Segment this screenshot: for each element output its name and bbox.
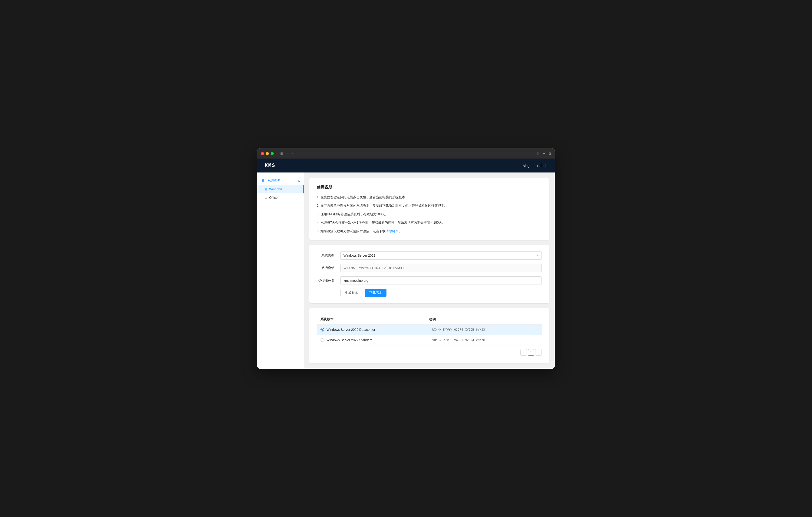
table-header: 系统版本 密钥 [317,315,542,324]
col-header-key: 密钥 [429,317,538,321]
sidebar-toggle-button[interactable]: ⊞ [279,151,284,156]
kms-server-field-wrapper [341,277,542,285]
radio-datacenter[interactable] [320,328,324,332]
sidebar-item-windows-label: Windows [269,188,282,191]
close-button[interactable] [261,152,264,155]
back-button[interactable]: ‹ [286,151,289,156]
nav-blog[interactable]: Blog [523,164,530,168]
kms-server-label: KMS服务器： [317,279,338,283]
form-row-system-type: 系统类型： Windows Server 2022 ∨ [317,251,542,260]
row-datacenter-key: WX4NM-KYWYW-QJJR4-XV3QB-6VM33 [432,328,538,331]
traffic-lights [261,152,274,155]
office-icon: ⊡ [265,196,267,199]
instructions-list: 1. 在桌面右键选择此电脑点击属性，查看当前电脑的系统版本 2. 在下方表单中选… [317,195,542,234]
generate-script-button[interactable]: 生成脚本 [341,289,362,297]
header-nav: Blog Github [523,164,547,168]
sidebar: ⊞ 系统类型 ∧ ⊞ Windows ⊡ Office [257,172,304,369]
logo: KMS [265,163,276,169]
pagination: < 1 > [317,345,542,356]
sidebar-item-office-label: Office [269,196,278,199]
instruction-step-2: 2. 在下方表单中选择对应的系统版本，复制或下载激活脚本，使用管理员权限运行该脚… [317,203,542,208]
instruction-step-5: 5. 如果激活失败可先尝试清除后激活，点击下载清除脚本。 [317,229,542,234]
table-row[interactable]: Windows Server 2022 Datacenter WX4NM-KYW… [317,324,542,335]
windows-icon: ⊞ [265,188,267,191]
main-content: 使用说明 1. 在桌面右键选择此电脑点击属性，查看当前电脑的系统版本 2. 在下… [304,172,555,369]
form-card: 系统类型： Windows Server 2022 ∨ 激活密钥： K [309,245,549,304]
table-wrapper: 系统版本 密钥 Windows Server 2022 Datacenter W… [317,315,542,345]
form-buttons: 生成脚本 下载脚本 [317,289,542,297]
kms-server-input[interactable] [341,277,542,285]
sidebar-item-office[interactable]: ⊡ Office [257,193,304,202]
grid-icon: ⊞ [261,178,265,182]
radio-standard[interactable] [320,338,324,342]
browser-actions: ⬆ + ⧉ [536,151,551,155]
sidebar-section-label: 系统类型 [267,178,281,182]
instructions-card: 使用说明 1. 在桌面右键选择此电脑点击属性，查看当前电脑的系统版本 2. 在下… [309,178,549,240]
app-header: KMS Blog Github [257,159,555,172]
sidebar-section-system-type: ⊞ 系统类型 ∧ ⊞ Windows ⊡ Office [257,176,304,202]
instructions-title: 使用说明 [317,184,542,190]
activation-key-input[interactable] [341,264,542,272]
instruction-step-1: 1. 在桌面右键选择此电脑点击属性，查看当前电脑的系统版本 [317,195,542,200]
system-type-select[interactable]: Windows Server 2022 [341,251,542,260]
share-icon[interactable]: ⬆ [536,151,540,155]
pagination-prev[interactable]: < [520,349,527,356]
browser-controls: ⊞ ‹ › [279,151,293,156]
system-type-select-wrapper: Windows Server 2022 ∨ [341,251,542,260]
col-header-version: 系统版本 [320,317,429,321]
pagination-next[interactable]: > [535,349,542,356]
table-card: 系统版本 密钥 Windows Server 2022 Datacenter W… [309,308,549,363]
system-type-label: 系统类型： [317,253,338,258]
sidebar-section-header[interactable]: ⊞ 系统类型 ∧ [257,176,304,185]
form-row-activation-key: 激活密钥： [317,264,542,272]
form-row-kms-server: KMS服务器： [317,277,542,285]
activation-key-field-wrapper [341,264,542,272]
browser-titlebar: ⊞ ‹ › ⬆ + ⧉ [257,148,555,159]
row-standard-name: Windows Server 2022 Standard [326,338,432,342]
instruction-step-3: 3. 使用KMS服务器激活系统后，有效期为180天。 [317,211,542,217]
row-standard-key: VDYBN-27WPP-V4HQT-9VMD4-VMK7H [432,338,538,342]
activation-key-label: 激活密钥： [317,266,338,270]
tab-overview-icon[interactable]: ⧉ [549,151,551,155]
nav-github[interactable]: Github [537,164,547,168]
row-datacenter-name: Windows Server 2022 Datacenter [326,328,432,332]
minimize-button[interactable] [266,152,269,155]
table-row[interactable]: Windows Server 2022 Standard VDYBN-27WPP… [317,335,542,345]
maximize-button[interactable] [271,152,274,155]
chevron-up-icon: ∧ [298,179,300,182]
download-script-button[interactable]: 下载脚本 [365,289,386,297]
instruction-step-4: 4. 系统每7天会连接一次KMS服务器，获取最新的授权，然后激活有效期会重置为1… [317,220,542,225]
forward-button[interactable]: › [291,151,294,156]
app-body: ⊞ 系统类型 ∧ ⊞ Windows ⊡ Office 使用说明 [257,172,555,369]
pagination-page-1[interactable]: 1 [528,349,534,356]
sidebar-item-windows[interactable]: ⊞ Windows [257,185,304,193]
new-tab-icon[interactable]: + [543,151,545,155]
clear-script-link[interactable]: 清除脚本 [385,229,399,233]
